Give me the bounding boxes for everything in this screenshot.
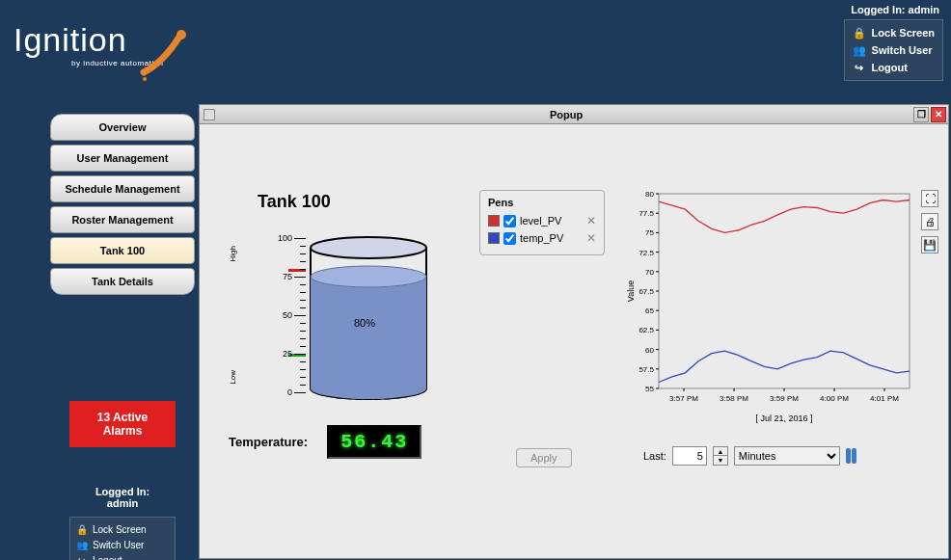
switch-user-icon: 👥 [76, 539, 88, 550]
chart-save-button[interactable]: 💾 [921, 236, 938, 253]
svg-point-3 [311, 237, 426, 258]
pen-swatch-level [488, 215, 500, 227]
switch-user-button[interactable]: 👥 Switch User [853, 41, 935, 59]
pen-checkbox-temp[interactable] [503, 232, 516, 245]
svg-text:3:57 PM: 3:57 PM [669, 394, 698, 403]
sidebar-user: admin [50, 497, 195, 509]
tank-level-percent: 80% [354, 317, 375, 329]
logout-icon: ↪ [76, 554, 88, 560]
svg-text:57.5: 57.5 [639, 365, 654, 374]
trend-chart[interactable]: 5557.56062.56567.57072.57577.580Value3:5… [624, 190, 913, 427]
last-value-input[interactable] [672, 446, 707, 466]
gauge-high-label: High [229, 246, 237, 261]
lock-icon: 🔒 [76, 523, 88, 535]
lock-label: Lock Screen [872, 27, 935, 39]
svg-text:70: 70 [645, 268, 654, 277]
svg-text:55: 55 [645, 385, 654, 393]
lock-screen-button[interactable]: 🔒 Lock Screen [853, 24, 935, 41]
svg-text:[ Jul 21, 2016 ]: [ Jul 21, 2016 ] [755, 413, 812, 423]
lock-icon: 🔒 [853, 26, 866, 40]
svg-point-4 [311, 266, 426, 287]
svg-text:Value: Value [626, 280, 636, 302]
nav-user-management[interactable]: User Management [50, 145, 195, 172]
sidebar-lock-button[interactable]: 🔒Lock Screen [76, 521, 169, 537]
sidebar-user-box: 🔒Lock Screen 👥Switch User ↪Logout [69, 517, 176, 560]
svg-text:4:01 PM: 4:01 PM [870, 394, 899, 403]
svg-text:60: 60 [645, 346, 654, 355]
popup-titlebar[interactable]: Popup ❐ ✕ [200, 105, 948, 124]
logout-icon: ↪ [853, 61, 866, 74]
last-spinner[interactable]: ▲▼ [713, 446, 728, 466]
svg-text:80: 80 [645, 190, 654, 199]
header-login-label: Logged In: admin [851, 4, 943, 15]
switch-user-icon: 👥 [853, 43, 866, 57]
sidebar-login-block: Logged In: admin [50, 486, 195, 509]
temperature-display: 56.43 [327, 425, 421, 459]
logo-swoosh-icon [139, 29, 187, 87]
gauge-low-label: Low [229, 370, 237, 385]
sidebar: Overview User Management Schedule Manage… [50, 114, 195, 560]
chart-fullscreen-button[interactable]: ⛶ [921, 190, 938, 207]
svg-text:77.5: 77.5 [639, 209, 654, 218]
svg-text:62.5: 62.5 [639, 326, 654, 334]
svg-point-0 [177, 30, 186, 40]
window-close-button[interactable]: ✕ [931, 107, 946, 122]
svg-text:3:58 PM: 3:58 PM [720, 394, 748, 403]
pen-remove-temp[interactable]: ✕ [586, 231, 596, 245]
nav-overview[interactable]: Overview [50, 114, 195, 141]
chart-print-button[interactable]: 🖨 [921, 213, 938, 230]
nav-schedule-management[interactable]: Schedule Management [50, 175, 195, 202]
pen-swatch-temp [488, 232, 500, 244]
svg-text:67.5: 67.5 [639, 287, 654, 296]
pen-checkbox-level[interactable] [503, 215, 516, 227]
tank-level-gauge: High Low 0255075100 [229, 238, 306, 392]
svg-text:4:00 PM: 4:00 PM [820, 394, 849, 403]
pen-remove-level[interactable]: ✕ [586, 214, 596, 227]
window-maximize-button[interactable]: ❐ [913, 107, 929, 122]
svg-rect-5 [659, 194, 910, 388]
logo: Ignition by inductive automation [14, 21, 164, 67]
logout-label: Logout [872, 62, 908, 73]
spinner-up[interactable]: ▲ [714, 447, 727, 456]
nav-tank-100[interactable]: Tank 100 [50, 237, 195, 264]
last-units-select[interactable]: MinutesHoursDays [734, 446, 840, 466]
window-system-icon [204, 109, 215, 120]
svg-text:75: 75 [645, 228, 654, 237]
sidebar-switch-button[interactable]: 👥Switch User [76, 537, 169, 552]
pens-title: Pens [488, 197, 596, 208]
nav-roster-management[interactable]: Roster Management [50, 206, 195, 233]
sidebar-logout-button[interactable]: ↪Logout [76, 552, 169, 560]
logout-button[interactable]: ↪ Logout [853, 59, 935, 76]
tank-title: Tank 100 [258, 192, 331, 212]
pen-row-level: level_PV ✕ [488, 212, 596, 229]
pen-row-temp: temp_PV ✕ [488, 229, 596, 247]
pen-label-level: level_PV [520, 215, 561, 227]
pen-label-temp: temp_PV [520, 232, 563, 244]
svg-text:3:59 PM: 3:59 PM [770, 394, 799, 403]
pens-panel: Pens level_PV ✕ temp_PV ✕ [479, 190, 605, 255]
spinner-down[interactable]: ▼ [714, 456, 727, 465]
header-user-box: 🔒 Lock Screen 👥 Switch User ↪ Logout [844, 19, 943, 81]
sidebar-login-label: Logged In: [50, 486, 195, 497]
apply-button[interactable]: Apply [516, 448, 572, 467]
svg-text:65: 65 [645, 307, 654, 315]
svg-text:72.5: 72.5 [639, 249, 654, 257]
switch-label: Switch User [872, 44, 933, 56]
popup-title: Popup [219, 109, 913, 120]
active-alarms-button[interactable]: 13 Active Alarms [69, 401, 176, 447]
nav-tank-details[interactable]: Tank Details [50, 268, 195, 295]
svg-point-1 [143, 77, 147, 81]
chart-pause-button[interactable] [846, 448, 856, 464]
temperature-label: Temperature: [229, 435, 308, 449]
last-label: Last: [643, 450, 666, 462]
popup-window: Popup ❐ ✕ Tank 100 High Low 0255075100 [199, 104, 949, 559]
